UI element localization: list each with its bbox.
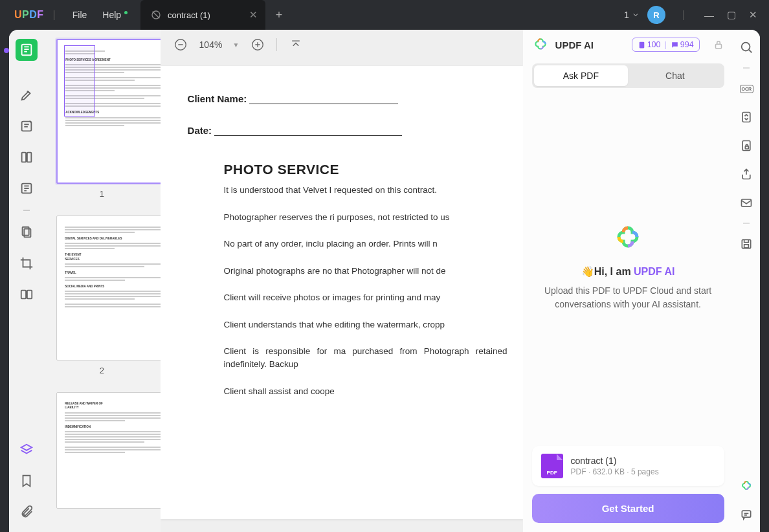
tool-attachment[interactable] — [16, 501, 38, 523]
comment-icon[interactable] — [738, 506, 755, 523]
search-icon[interactable] — [738, 39, 755, 56]
toolbar-divider — [23, 210, 30, 211]
thumbnail-page-3[interactable]: RELEASE AND WAIVER OF LIABILITY INDEMNIF… — [56, 392, 160, 509]
document-viewer: 104% ▼ Client Name: Date: PHOTO SERVICE … — [161, 30, 523, 532]
svg-rect-20 — [744, 245, 749, 248]
ai-assistant-icon[interactable] — [738, 478, 755, 494]
user-avatar[interactable]: R — [647, 6, 665, 24]
left-toolbar — [9, 30, 43, 532]
protect-icon[interactable] — [738, 137, 755, 154]
doc-credit-icon — [638, 41, 646, 49]
updf-ai-body-logo-icon — [612, 223, 643, 254]
tool-highlight[interactable] — [16, 84, 38, 106]
svg-rect-3 — [21, 153, 25, 162]
doc-paragraph: Client shall assist and coope — [224, 385, 507, 398]
window-count[interactable]: 1 — [624, 10, 640, 20]
tab-doc-icon — [151, 10, 161, 20]
tool-organize[interactable] — [16, 221, 38, 243]
tab-close-icon[interactable]: ✕ — [249, 9, 258, 21]
viewer-toolbar-divider — [276, 38, 277, 51]
zoom-out-button[interactable] — [172, 36, 189, 53]
svg-rect-21 — [742, 511, 751, 517]
menu-file[interactable]: File — [65, 10, 95, 20]
zoom-value: 104% — [199, 39, 223, 50]
tool-compare[interactable] — [16, 283, 38, 305]
convert-icon[interactable] — [738, 109, 755, 126]
get-started-button[interactable]: Get Started — [532, 494, 724, 523]
tool-crop[interactable] — [16, 252, 38, 274]
svg-rect-17 — [746, 146, 749, 149]
menu-help[interactable]: Help — [95, 10, 129, 20]
ocr-icon[interactable]: OCR — [738, 80, 755, 97]
ai-credit-value-1: 100 — [647, 40, 661, 49]
share-icon[interactable] — [738, 166, 755, 183]
new-tab-button[interactable]: + — [276, 8, 283, 22]
ai-tabs: Ask PDF Chat — [532, 63, 724, 88]
ai-description: Upload this PDF to UPDF Cloud and start … — [536, 284, 720, 311]
tool-form[interactable] — [16, 177, 38, 199]
logo-u: U — [14, 9, 22, 20]
logo-f: F — [37, 9, 43, 20]
ai-greeting-prefix: Hi, I am — [594, 266, 634, 277]
thumbnail-panel[interactable]: PHOTO SERVICES AGREEMENT ACKNOWLEDGEMENT… — [43, 30, 160, 532]
doc-paragraph: Client is responsible for ma purchased f… — [224, 345, 507, 370]
ai-credits-badge[interactable]: 100 | 994 — [632, 38, 700, 52]
tool-layers[interactable] — [16, 439, 38, 461]
svg-rect-13 — [715, 44, 721, 49]
tool-edit-text[interactable] — [16, 115, 38, 137]
window-close-icon[interactable]: ✕ — [746, 6, 760, 23]
field-date: Date: — [188, 125, 507, 136]
app-body: PHOTO SERVICES AGREEMENT ACKNOWLEDGEMENT… — [9, 30, 760, 532]
doc-paragraph: It is understood that Velvet I requested… — [224, 184, 507, 197]
help-notification-dot — [124, 11, 128, 14]
ai-file-card: PDF contract (1) PDF · 632.0 KB · 5 page… — [532, 446, 724, 486]
doc-paragraph: Photographer reserves the ri purposes, n… — [224, 211, 507, 224]
thumbnail-page-2[interactable]: DIGITAL SERVICES AND DELIVERABLES THE EV… — [56, 216, 160, 360]
app-logo: UPDF — [14, 9, 44, 21]
window-maximize-icon[interactable]: ▢ — [724, 6, 739, 23]
pdf-file-icon: PDF — [541, 454, 563, 478]
window-minimize-icon[interactable]: — — [702, 7, 717, 23]
ai-tab-ask-pdf[interactable]: Ask PDF — [534, 65, 629, 86]
ai-greeting: 👋Hi, I am UPDF AI — [581, 265, 675, 278]
lock-icon[interactable] — [713, 39, 724, 50]
document-tab[interactable]: contract (1) ✕ — [140, 0, 265, 30]
menu-help-label: Help — [102, 10, 121, 20]
doc-paragraph: Client will receive photos or images for… — [224, 291, 507, 304]
save-icon[interactable] — [738, 236, 755, 252]
ai-credit-value-2: 994 — [680, 40, 694, 49]
doc-paragraph: Client understands that whe editing the … — [224, 318, 507, 331]
ai-greeting-brand: UPDF AI — [634, 266, 674, 277]
titlebar-divider: | — [53, 9, 56, 21]
svg-rect-4 — [27, 153, 31, 162]
ai-file-meta: PDF · 632.0 KB · 5 pages — [571, 467, 659, 476]
svg-point-14 — [742, 43, 750, 51]
chat-credit-icon — [671, 41, 679, 49]
field-client-name: Client Name: — [188, 93, 507, 104]
client-name-label: Client Name: — [188, 93, 247, 104]
right-toolbar: OCR — [733, 30, 760, 532]
window-count-value: 1 — [624, 10, 629, 20]
logo-p: P — [22, 9, 29, 20]
tool-bookmark[interactable] — [16, 470, 38, 492]
viewer-toolbar: 104% ▼ — [161, 30, 523, 60]
zoom-dropdown-icon[interactable]: ▼ — [232, 41, 239, 49]
ai-panel-header: UPDF AI 100 | 994 — [523, 30, 733, 60]
email-icon[interactable] — [738, 194, 755, 211]
scroll-top-button[interactable] — [287, 36, 304, 53]
zoom-in-button[interactable] — [249, 36, 266, 53]
doc-heading: PHOTO SERVICE — [224, 162, 507, 177]
toolbar-divider — [743, 67, 750, 69]
svg-rect-9 — [27, 291, 32, 299]
doc-paragraph: No part of any order, inclu placing an o… — [224, 238, 507, 250]
tool-page-layout[interactable] — [16, 146, 38, 168]
ai-tab-chat[interactable]: Chat — [628, 65, 722, 86]
svg-rect-18 — [742, 199, 752, 206]
thumbnail-viewport-indicator — [64, 45, 95, 116]
document-page: Client Name: Date: PHOTO SERVICE It is u… — [161, 66, 523, 519]
document-scroll-area[interactable]: Client Name: Date: PHOTO SERVICE It is u… — [161, 60, 523, 532]
thumbnail-page-1[interactable]: PHOTO SERVICES AGREEMENT ACKNOWLEDGEMENT… — [56, 39, 160, 184]
svg-rect-8 — [21, 291, 25, 299]
tool-reader[interactable] — [16, 39, 38, 61]
date-label: Date: — [188, 125, 212, 136]
